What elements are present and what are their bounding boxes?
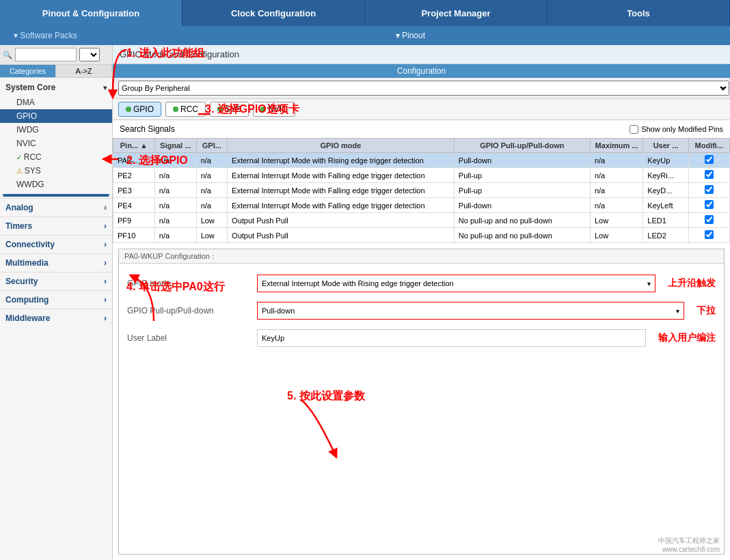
sidebar-group-connectivity[interactable]: Connectivity ›	[0, 235, 112, 253]
config-tab-gpio[interactable]: GPIO	[118, 102, 161, 117]
th-max: Maximum ...	[590, 139, 643, 153]
cell-modif	[688, 153, 729, 168]
table-row[interactable]: PE2 n/a n/a External Interrupt Mode with…	[113, 168, 730, 183]
cell-max: n/a	[590, 198, 643, 213]
cell-pin: PE2	[113, 168, 155, 183]
sys-dot	[217, 107, 223, 112]
sidebar-item-rcc[interactable]: RCC	[0, 150, 112, 164]
modif-checkbox[interactable]	[705, 230, 714, 239]
modif-checkbox[interactable]	[705, 170, 714, 179]
sidebar-group-analog[interactable]: Analog ›	[0, 198, 112, 216]
cell-signal: n/a	[154, 168, 196, 183]
table-row[interactable]: PE3 n/a n/a External Interrupt Mode with…	[113, 183, 730, 198]
software-packs-nav[interactable]: ▾ Software Packs	[0, 31, 91, 40]
config-tab-sys[interactable]: SYS	[210, 102, 249, 117]
modif-checkbox[interactable]	[705, 185, 714, 194]
sidebar: 🔍 Categories A->Z System Core ▾	[0, 45, 113, 560]
content-area: GPIO Mode and Configuration Configuratio…	[113, 45, 730, 560]
cell-max: n/a	[590, 168, 643, 183]
table-row[interactable]: PA0-... n/a n/a External Interrupt Mode …	[113, 153, 730, 168]
middleware-arrow: ›	[104, 313, 107, 323]
multimedia-arrow: ›	[104, 258, 107, 268]
system-core-header[interactable]: System Core ▾	[0, 79, 112, 96]
config-tab-rcc[interactable]: RCC	[165, 102, 206, 117]
cell-user: LED1	[643, 213, 688, 228]
modif-checkbox[interactable]	[705, 215, 714, 224]
cell-signal: n/a	[154, 153, 196, 168]
sidebar-item-nvic[interactable]: NVIC	[0, 137, 112, 150]
config-input-2[interactable]	[257, 329, 646, 347]
cell-pin: PE3	[113, 183, 155, 198]
config-panel: PA0-WKUP Configuration : GPIO modeExtern…	[118, 249, 725, 555]
sidebar-item-dma[interactable]: DMA	[0, 96, 112, 109]
cell-pullupdown: No pull-up and no pull-down	[454, 228, 590, 243]
table-row[interactable]: PF10 n/a Low Output Push Pull No pull-up…	[113, 228, 730, 243]
sidebar-item-iwdg[interactable]: IWDG	[0, 123, 112, 137]
sidebar-item-sys[interactable]: SYS	[0, 164, 112, 178]
main-layout: 🔍 Categories A->Z System Core ▾	[0, 45, 730, 560]
cell-gpi: n/a	[196, 183, 227, 198]
cell-pullupdown: Pull-up	[454, 168, 590, 183]
pinout-nav[interactable]: ▾ Pinout	[91, 31, 730, 40]
th-pin: Pin... ▲	[113, 139, 155, 153]
config-tab-nvic[interactable]: NVIC	[253, 102, 295, 117]
sidebar-search-area: 🔍	[0, 45, 112, 65]
progress-bar	[3, 194, 109, 197]
content-header: GPIO Mode and Configuration	[113, 45, 730, 64]
modif-checkbox[interactable]	[705, 155, 714, 164]
computing-arrow: ›	[104, 295, 107, 305]
search-dropdown[interactable]	[79, 48, 100, 61]
cell-pin: PF10	[113, 228, 155, 243]
cell-gpi: Low	[196, 213, 227, 228]
tab-az[interactable]: A->Z	[56, 65, 112, 77]
cell-gpi: Low	[196, 228, 227, 243]
th-pullupdown: GPIO Pull-up/Pull-down	[454, 139, 590, 153]
rcc-dot	[173, 107, 178, 112]
config-annotation-1: 下拉	[697, 305, 716, 317]
show-modified-checkbox[interactable]	[630, 125, 638, 134]
table-row[interactable]: PF9 n/a Low Output Push Pull No pull-up …	[113, 213, 730, 228]
cell-user: KeyRi...	[643, 168, 688, 183]
sidebar-group-computing[interactable]: Computing ›	[0, 290, 112, 309]
group-by-select[interactable]: Group By Peripheral	[118, 81, 729, 96]
tab-categories[interactable]: Categories	[0, 65, 56, 77]
sidebar-group-multimedia[interactable]: Multimedia ›	[0, 253, 112, 272]
sidebar-tabs: Categories A->Z	[0, 65, 112, 78]
cell-mode: External Interrupt Mode with Rising edge…	[228, 153, 455, 168]
cell-mode: External Interrupt Mode with Falling edg…	[228, 168, 455, 183]
modif-checkbox[interactable]	[705, 200, 714, 209]
cell-signal: n/a	[154, 228, 196, 243]
cell-mode: Output Push Pull	[228, 213, 455, 228]
th-signal: Signal ...	[154, 139, 196, 153]
config-panel-header: PA0-WKUP Configuration :	[119, 249, 724, 264]
cell-modif	[688, 198, 729, 213]
tab-tools[interactable]: Tools	[548, 0, 730, 26]
sidebar-group-timers[interactable]: Timers ›	[0, 216, 112, 235]
cell-signal: n/a	[154, 183, 196, 198]
tab-clock[interactable]: Clock Configuration	[182, 0, 365, 26]
cell-pullupdown: Pull-up	[454, 183, 590, 198]
cell-user: KeyLeft	[643, 198, 688, 213]
cell-max: Low	[590, 213, 643, 228]
cell-gpi: n/a	[196, 168, 227, 183]
sidebar-group-middleware[interactable]: Middleware ›	[0, 309, 112, 327]
gpio-table: Pin... ▲ Signal ... GPI... GPIO mode GPI…	[113, 138, 730, 243]
config-row: GPIO Pull-up/Pull-downPull-down▾下拉	[127, 302, 716, 320]
gpio-dot	[126, 107, 131, 112]
tab-project[interactable]: Project Manager	[365, 0, 548, 26]
cell-max: n/a	[590, 153, 643, 168]
config-row: GPIO modeExternal Interrupt Mode with Ri…	[127, 275, 716, 292]
sidebar-item-gpio[interactable]: GPIO	[0, 109, 112, 123]
search-input[interactable]	[15, 48, 77, 61]
cell-modif	[688, 213, 729, 228]
config-select-1[interactable]: Pull-down▾	[257, 302, 684, 320]
tab-pinout[interactable]: Pinout & Configuration	[0, 0, 182, 26]
sidebar-group-security[interactable]: Security ›	[0, 272, 112, 290]
config-label-2: User Label	[127, 333, 250, 343]
cell-pin: PA0-...	[113, 153, 155, 168]
system-core-items: DMA GPIO IWDG NVIC RCC SYS	[0, 96, 112, 191]
config-select-0[interactable]: External Interrupt Mode with Rising edge…	[257, 275, 655, 292]
table-row[interactable]: PE4 n/a n/a External Interrupt Mode with…	[113, 198, 730, 213]
sidebar-item-wwdg[interactable]: WWDG	[0, 178, 112, 191]
cell-max: Low	[590, 228, 643, 243]
